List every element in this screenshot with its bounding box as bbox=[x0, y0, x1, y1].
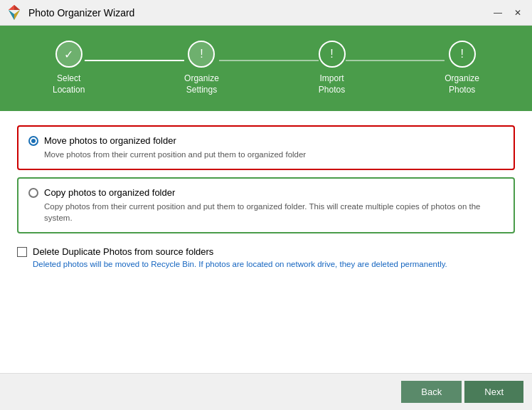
step-select-location: ✓ SelectLocation bbox=[53, 41, 85, 95]
app-title: Photo Organizer Wizard bbox=[28, 7, 134, 19]
steps-container: ✓ SelectLocation ! OrganizeSettings ! Im… bbox=[53, 41, 479, 95]
title-bar-controls: — ✕ bbox=[489, 6, 526, 20]
connector-2 bbox=[219, 60, 319, 61]
move-photos-option[interactable]: Move photos to organized folder Move pho… bbox=[17, 125, 515, 170]
delete-duplicate-note: Deleted photos will be moved to Recycle … bbox=[33, 258, 515, 270]
step-3-circle: ! bbox=[319, 41, 346, 68]
delete-duplicate-row: Delete Duplicate Photos from source fold… bbox=[17, 246, 515, 257]
steps-header: ✓ SelectLocation ! OrganizeSettings ! Im… bbox=[0, 26, 532, 111]
copy-photos-option[interactable]: Copy photos to organized folder Copy pho… bbox=[17, 177, 515, 233]
back-button[interactable]: Back bbox=[401, 381, 462, 403]
move-radio-button[interactable] bbox=[28, 136, 38, 146]
connector-1 bbox=[85, 60, 184, 61]
copy-option-header: Copy photos to organized folder bbox=[28, 187, 504, 198]
step-1-circle: ✓ bbox=[55, 41, 83, 68]
app-logo-icon bbox=[6, 4, 23, 21]
step-4-label: OrganizePhotos bbox=[445, 73, 479, 95]
step-organize-settings: ! OrganizeSettings bbox=[184, 41, 219, 95]
step-1-label: SelectLocation bbox=[53, 73, 85, 95]
step-2-label: OrganizeSettings bbox=[184, 73, 219, 95]
step-organize-photos: ! OrganizePhotos bbox=[445, 41, 479, 95]
close-button[interactable]: ✕ bbox=[509, 6, 526, 20]
step-import-photos: ! ImportPhotos bbox=[319, 41, 346, 95]
copy-option-title: Copy photos to organized folder bbox=[44, 187, 175, 198]
move-option-desc: Move photos from their current position … bbox=[44, 149, 504, 160]
next-button[interactable]: Next bbox=[464, 381, 523, 403]
copy-radio-button[interactable] bbox=[28, 188, 38, 198]
nav-buttons: Back Next bbox=[0, 373, 532, 410]
copy-option-desc: Copy photos from their current position … bbox=[44, 201, 504, 224]
title-bar: Photo Organizer Wizard — ✕ bbox=[0, 0, 532, 26]
connector-3 bbox=[346, 60, 445, 61]
move-option-header: Move photos to organized folder bbox=[28, 135, 504, 146]
step-2-circle: ! bbox=[188, 41, 215, 68]
move-option-title: Move photos to organized folder bbox=[44, 135, 176, 146]
step-4-circle: ! bbox=[449, 41, 476, 68]
main-content: Move photos to organized folder Move pho… bbox=[0, 111, 532, 410]
delete-duplicate-section: Delete Duplicate Photos from source fold… bbox=[17, 243, 515, 270]
delete-duplicate-label: Delete Duplicate Photos from source fold… bbox=[33, 246, 213, 257]
delete-duplicate-checkbox[interactable] bbox=[17, 247, 27, 257]
step-3-label: ImportPhotos bbox=[319, 73, 345, 95]
title-bar-left: Photo Organizer Wizard bbox=[6, 4, 134, 21]
minimize-button[interactable]: — bbox=[489, 6, 506, 20]
